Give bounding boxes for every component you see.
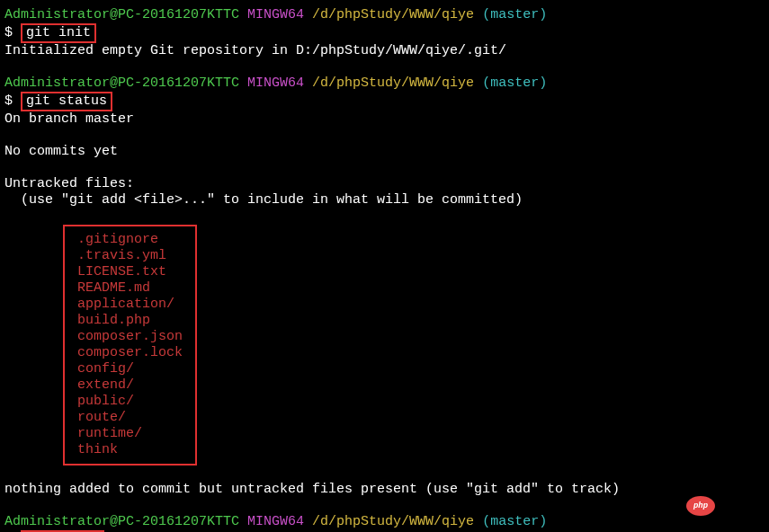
cwd-path: /d/phpStudy/WWW/qiye <box>312 7 474 22</box>
at-sign: @ <box>110 7 118 22</box>
untracked-file: .gitignore <box>77 232 183 248</box>
untracked-file: README.md <box>77 280 183 297</box>
output-branch: On branch master <box>4 111 765 128</box>
output-hint: (use "git add <file>..." to include in w… <box>4 192 765 208</box>
untracked-file: runtime/ <box>77 426 183 442</box>
untracked-file: composer.lock <box>77 345 183 361</box>
cmd-git-init: git init <box>26 25 91 40</box>
untracked-file: build.php <box>77 313 183 329</box>
blank-line <box>4 498 765 514</box>
output-nocommits: No commits yet <box>4 144 765 160</box>
blank-line <box>4 466 765 482</box>
output-untracked-header: Untracked files: <box>4 176 765 192</box>
hostname: PC-20161207KTTC <box>118 7 239 22</box>
blank-line <box>4 160 765 176</box>
untracked-file: route/ <box>77 410 183 426</box>
git-branch: (master) <box>474 7 547 22</box>
prompt-line-2: Administrator@PC-20161207KTTC MINGW64 /d… <box>4 75 765 92</box>
highlight-untracked-files: .gitignore .travis.yml LICENSE.txt READM… <box>63 225 197 466</box>
blank-line <box>4 59 765 75</box>
user: Administrator <box>4 7 110 22</box>
mingw-indicator: MINGW64 <box>239 7 312 22</box>
highlight-git-status: git status <box>21 92 112 111</box>
php-badge-icon: php <box>686 496 715 516</box>
prompt-dollar: $ <box>4 25 21 40</box>
highlight-git-init: git init <box>21 23 96 43</box>
command-line-2[interactable]: $ git status <box>4 92 765 111</box>
untracked-file: application/ <box>77 297 183 313</box>
blank-line <box>4 208 765 225</box>
prompt-line-3: Administrator@PC-20161207KTTC MINGW64 /d… <box>4 514 765 530</box>
command-line-1[interactable]: $ git init <box>4 23 765 43</box>
untracked-file: config/ <box>77 361 183 377</box>
untracked-file: LICENSE.txt <box>77 264 183 280</box>
untracked-file: extend/ <box>77 377 183 394</box>
cmd-git-status: git status <box>26 93 107 109</box>
output-init: Initialized empty Git repository in D:/p… <box>4 43 765 59</box>
untracked-file: .travis.yml <box>77 248 183 264</box>
untracked-file: composer.json <box>77 329 183 345</box>
prompt-line-1: Administrator@PC-20161207KTTC MINGW64 /d… <box>4 7 765 23</box>
blank-line <box>4 128 765 144</box>
untracked-file: think <box>77 442 183 458</box>
output-footer: nothing added to commit but untracked fi… <box>4 482 765 498</box>
untracked-file: public/ <box>77 394 183 410</box>
